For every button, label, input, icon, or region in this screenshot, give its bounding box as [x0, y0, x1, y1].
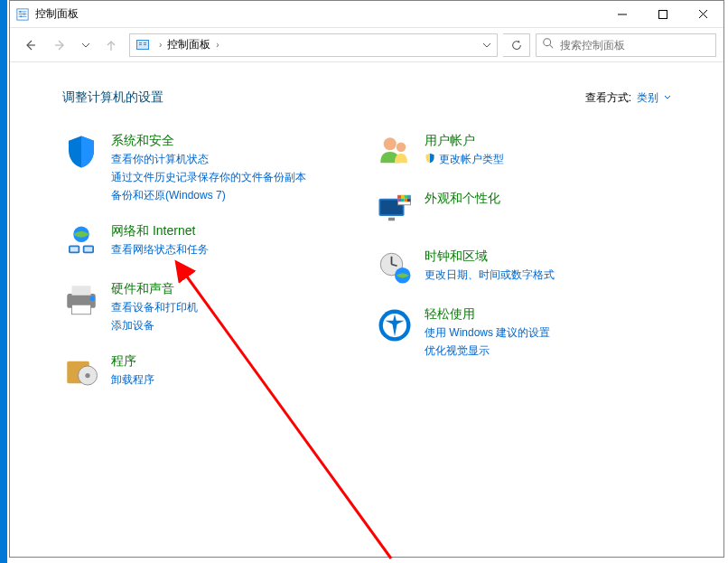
- svg-rect-18: [144, 42, 146, 43]
- ease-access-icon: [376, 306, 414, 344]
- window-title: 控制面板: [35, 6, 79, 22]
- breadcrumb-item[interactable]: 控制面板: [167, 37, 210, 52]
- clock-globe-icon: [376, 249, 414, 286]
- page-heading: 调整计算机的设置: [62, 89, 163, 106]
- refresh-button[interactable]: [503, 33, 530, 57]
- svg-rect-41: [401, 195, 405, 199]
- category-ease-of-access: 轻松使用 使用 Windows 建议的设置 优化视觉显示: [376, 306, 671, 359]
- category-network: 网络和 Internet 查看网络状态和任务: [62, 223, 358, 261]
- svg-rect-8: [658, 10, 667, 18]
- forward-button[interactable]: [48, 33, 73, 58]
- svg-rect-19: [144, 44, 146, 45]
- shield-icon: [62, 133, 100, 171]
- search-input[interactable]: [560, 39, 710, 52]
- svg-rect-47: [407, 199, 411, 202]
- chevron-right-icon[interactable]: ›: [157, 40, 163, 50]
- category-link[interactable]: 更改帐户类型: [439, 152, 504, 167]
- category-link[interactable]: 查看你的计算机状态: [111, 152, 306, 167]
- svg-rect-46: [405, 199, 408, 202]
- svg-rect-25: [70, 247, 79, 251]
- back-button[interactable]: [17, 33, 42, 58]
- minimize-button[interactable]: [602, 1, 642, 27]
- category-appearance: 外观和个性化: [376, 191, 671, 229]
- category-programs: 程序 卸载程序: [62, 353, 358, 391]
- svg-point-33: [85, 373, 89, 378]
- svg-line-21: [550, 45, 554, 49]
- svg-rect-29: [72, 305, 91, 314]
- svg-point-5: [23, 13, 25, 14]
- view-by-label: 查看方式:: [585, 90, 631, 106]
- monitor-colors-icon: [376, 191, 414, 229]
- globe-network-icon: [62, 223, 100, 261]
- svg-rect-26: [85, 247, 93, 251]
- maximize-button[interactable]: [642, 1, 683, 27]
- svg-rect-45: [401, 199, 405, 202]
- svg-rect-2: [19, 14, 27, 14]
- search-box[interactable]: [536, 33, 716, 57]
- shield-small-icon: [425, 153, 435, 166]
- category-link[interactable]: 卸载程序: [111, 372, 154, 388]
- titlebar: 控制面板: [10, 1, 723, 28]
- svg-point-34: [384, 137, 397, 150]
- category-link[interactable]: 查看设备和打印机: [111, 300, 198, 315]
- category-title[interactable]: 系统和安全: [111, 133, 306, 149]
- svg-rect-3: [19, 15, 27, 16]
- svg-rect-43: [407, 195, 411, 199]
- users-icon: [376, 133, 414, 171]
- category-link[interactable]: 使用 Windows 建议的设置: [425, 325, 550, 341]
- svg-rect-28: [72, 286, 91, 296]
- category-title[interactable]: 外观和个性化: [425, 191, 500, 207]
- svg-point-30: [90, 296, 95, 301]
- category-link[interactable]: 更改日期、时间或数字格式: [425, 267, 555, 283]
- recent-dropdown[interactable]: [79, 33, 93, 58]
- view-by-value[interactable]: 类别: [637, 90, 658, 106]
- category-title[interactable]: 网络和 Internet: [111, 223, 209, 239]
- control-panel-icon: [15, 7, 30, 22]
- category-link[interactable]: 备份和还原(Windows 7): [111, 188, 306, 203]
- chevron-right-icon[interactable]: ›: [214, 40, 220, 50]
- content-area: 调整计算机的设置 查看方式: 类别 系统和安全 查看你的计算机状态 通过: [10, 62, 723, 557]
- category-system-security: 系统和安全 查看你的计算机状态 通过文件历史记录保存你的文件备份副本 备份和还原…: [62, 133, 358, 203]
- svg-rect-44: [398, 199, 402, 202]
- breadcrumb[interactable]: › 控制面板 ›: [129, 33, 498, 57]
- category-title[interactable]: 用户帐户: [425, 133, 504, 149]
- svg-rect-17: [139, 44, 142, 45]
- category-title[interactable]: 硬件和声音: [111, 281, 198, 297]
- category-title[interactable]: 程序: [111, 353, 154, 370]
- chevron-down-icon[interactable]: [664, 91, 671, 104]
- svg-rect-40: [398, 195, 402, 199]
- category-link[interactable]: 优化视觉显示: [425, 343, 550, 359]
- close-button[interactable]: [683, 1, 723, 27]
- up-button[interactable]: [98, 33, 124, 58]
- category-clock-region: 时钟和区域 更改日期、时间或数字格式: [376, 249, 671, 286]
- address-dropdown[interactable]: [477, 34, 497, 56]
- category-title[interactable]: 轻松使用: [425, 306, 550, 323]
- control-panel-window: 控制面板 ›: [9, 0, 724, 558]
- control-panel-small-icon: [135, 38, 150, 52]
- svg-rect-38: [388, 218, 395, 221]
- printer-icon: [62, 281, 100, 319]
- category-hardware-sound: 硬件和声音 查看设备和打印机 添加设备: [62, 281, 358, 333]
- svg-point-6: [20, 15, 22, 17]
- category-link[interactable]: 查看网络状态和任务: [111, 242, 209, 258]
- svg-rect-15: [137, 41, 148, 49]
- toolbar: › 控制面板 ›: [10, 28, 723, 62]
- category-user-accounts: 用户帐户 更改帐户类型: [376, 133, 671, 171]
- svg-rect-16: [139, 42, 142, 43]
- svg-rect-42: [405, 195, 408, 199]
- svg-point-20: [544, 39, 551, 46]
- category-link[interactable]: 通过文件历史记录保存你的文件备份副本: [111, 170, 306, 185]
- disc-box-icon: [62, 353, 100, 391]
- category-link[interactable]: 添加设备: [111, 318, 198, 333]
- svg-point-35: [397, 143, 406, 153]
- search-icon: [542, 37, 555, 52]
- svg-point-4: [19, 10, 21, 12]
- category-title[interactable]: 时钟和区域: [425, 249, 555, 265]
